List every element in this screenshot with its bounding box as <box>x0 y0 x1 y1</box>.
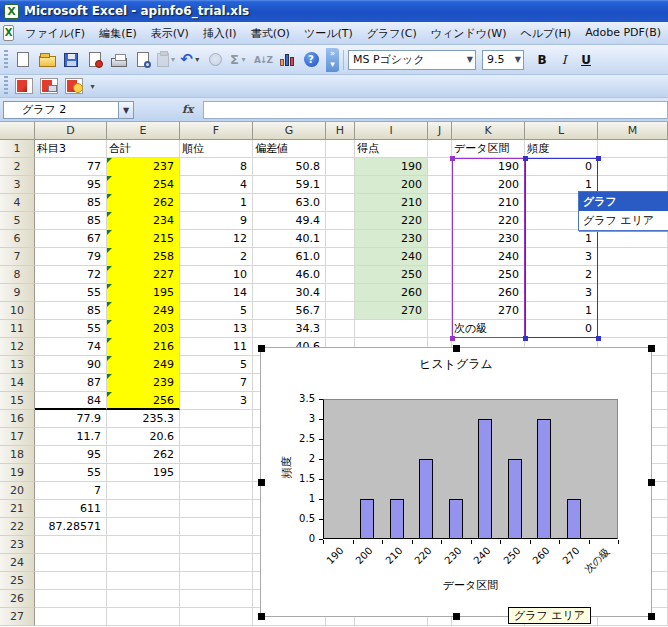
column-header-I[interactable]: I <box>355 122 428 140</box>
cell-D18[interactable]: 95 <box>35 446 107 464</box>
cell-F10[interactable]: 5 <box>180 302 253 320</box>
cell-J4[interactable] <box>428 194 452 212</box>
bar-240[interactable] <box>478 419 492 539</box>
range-handle[interactable] <box>596 336 601 341</box>
font-size-combo[interactable]: 9.5 ▼ <box>482 50 524 70</box>
cell-D1[interactable]: 科目3 <box>35 140 107 158</box>
cell-M6[interactable] <box>598 230 668 248</box>
chart-selection-handle[interactable] <box>258 479 265 486</box>
cell-J9[interactable] <box>428 284 452 302</box>
cell-D4[interactable]: 85 <box>35 194 107 212</box>
row-header-9[interactable]: 9 <box>0 284 35 302</box>
cell-F6[interactable]: 12 <box>180 230 253 248</box>
cell-I1[interactable]: 得点 <box>355 140 428 158</box>
row-header-4[interactable]: 4 <box>0 194 35 212</box>
hyperlink-icon[interactable] <box>204 49 226 71</box>
row-header-24[interactable]: 24 <box>0 554 35 572</box>
cell-E20[interactable] <box>107 482 180 500</box>
cell-E9[interactable]: 195 <box>107 284 180 302</box>
cell-F18[interactable] <box>180 446 253 464</box>
range-handle[interactable] <box>523 156 528 161</box>
cell-J5[interactable] <box>428 212 452 230</box>
cell-D2[interactable]: 77 <box>35 158 107 176</box>
chevron-down-icon[interactable]: ▼ <box>511 55 521 64</box>
chart-wizard-icon[interactable] <box>276 49 298 71</box>
name-box[interactable]: グラフ 2 <box>3 101 119 119</box>
chart-title[interactable]: ヒストグラム <box>261 356 651 373</box>
select-all-corner[interactable] <box>0 122 35 140</box>
cell-D3[interactable]: 95 <box>35 176 107 194</box>
row-header-15[interactable]: 15 <box>0 392 35 410</box>
menu-item-9[interactable]: ヘルプ(H) <box>514 23 579 44</box>
chart-selection-handle[interactable] <box>258 613 265 620</box>
bar-210[interactable] <box>390 499 404 539</box>
cell-M1[interactable] <box>598 140 668 158</box>
row-header-21[interactable]: 21 <box>0 500 35 518</box>
cell-G5[interactable]: 49.4 <box>253 212 326 230</box>
cell-F2[interactable]: 8 <box>180 158 253 176</box>
cell-F15[interactable]: 3 <box>180 392 253 410</box>
row-header-12[interactable]: 12 <box>0 338 35 356</box>
row-header-8[interactable]: 8 <box>0 266 35 284</box>
cell-F5[interactable]: 9 <box>180 212 253 230</box>
cell-I11[interactable] <box>355 320 428 338</box>
cell-E23[interactable] <box>107 536 180 554</box>
cell-I3[interactable]: 200 <box>355 176 428 194</box>
cell-F21[interactable] <box>180 500 253 518</box>
value-range-outline[interactable] <box>525 158 598 338</box>
cell-E15[interactable]: 256 <box>107 392 180 410</box>
cell-D26[interactable] <box>35 590 107 608</box>
cell-H9[interactable] <box>326 284 355 302</box>
row-header-17[interactable]: 17 <box>0 428 35 446</box>
cell-E25[interactable] <box>107 572 180 590</box>
cell-J8[interactable] <box>428 266 452 284</box>
cell-F24[interactable] <box>180 554 253 572</box>
cell-E1[interactable]: 合計 <box>107 140 180 158</box>
cell-E16[interactable]: 235.3 <box>107 410 180 428</box>
cell-D21[interactable]: 611 <box>35 500 107 518</box>
convert-to-pdf-and-email-icon[interactable] <box>38 75 60 97</box>
cell-G1[interactable]: 偏差値 <box>253 140 326 158</box>
chevron-down-icon[interactable]: ▼ <box>463 55 473 64</box>
convert-to-pdf-icon[interactable] <box>13 75 35 97</box>
row-header-3[interactable]: 3 <box>0 176 35 194</box>
convert-to-pdf-and-review-icon[interactable] <box>63 75 85 97</box>
cell-F16[interactable] <box>180 410 253 428</box>
cell-M11[interactable] <box>598 320 668 338</box>
cell-M7[interactable] <box>598 248 668 266</box>
row-header-14[interactable]: 14 <box>0 374 35 392</box>
row-header-18[interactable]: 18 <box>0 446 35 464</box>
cell-F9[interactable]: 14 <box>180 284 253 302</box>
range-handle[interactable] <box>596 156 601 161</box>
cell-D27[interactable] <box>35 608 107 626</box>
cell-E26[interactable] <box>107 590 180 608</box>
cell-I5[interactable]: 220 <box>355 212 428 230</box>
cell-D20[interactable]: 7 <box>35 482 107 500</box>
insert-function-icon[interactable]: fx <box>182 103 193 116</box>
cell-J11[interactable] <box>428 320 452 338</box>
cell-I2[interactable]: 190 <box>355 158 428 176</box>
cell-E7[interactable]: 258 <box>107 248 180 266</box>
row-header-23[interactable]: 23 <box>0 536 35 554</box>
workbook-icon[interactable]: X <box>3 25 14 41</box>
cell-D9[interactable]: 55 <box>35 284 107 302</box>
sort-ascending-icon[interactable]: A↓Z <box>252 49 274 71</box>
cell-J7[interactable] <box>428 248 452 266</box>
cell-G10[interactable]: 56.7 <box>253 302 326 320</box>
cell-M10[interactable] <box>598 302 668 320</box>
cell-L1[interactable]: 頻度 <box>525 140 598 158</box>
chart-selection-handle[interactable] <box>258 345 265 352</box>
cell-E2[interactable]: 237 <box>107 158 180 176</box>
cell-D16[interactable]: 77.9 <box>35 410 107 428</box>
formula-input[interactable] <box>203 101 668 119</box>
cell-J2[interactable] <box>428 158 452 176</box>
cell-M9[interactable] <box>598 284 668 302</box>
row-header-7[interactable]: 7 <box>0 248 35 266</box>
row-header-22[interactable]: 22 <box>0 518 35 536</box>
menu-item-4[interactable]: 挿入(I) <box>196 23 244 44</box>
cell-I6[interactable]: 230 <box>355 230 428 248</box>
cell-D22[interactable]: 87.28571 <box>35 518 107 536</box>
row-header-10[interactable]: 10 <box>0 302 35 320</box>
cell-G2[interactable]: 50.8 <box>253 158 326 176</box>
cell-E10[interactable]: 249 <box>107 302 180 320</box>
